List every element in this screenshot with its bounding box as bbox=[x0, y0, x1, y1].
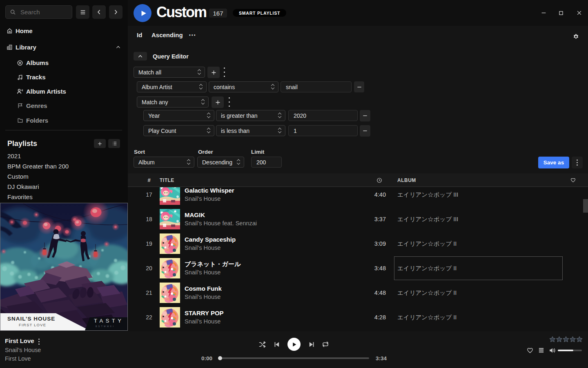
svg-text:SNAIL’S HOUSE: SNAIL’S HOUSE bbox=[7, 316, 55, 322]
svg-text:FIRST LOVE: FIRST LOVE bbox=[19, 323, 46, 327]
svg-text:BSTMMXI: BSTMMXI bbox=[96, 325, 115, 328]
svg-text:TASTY: TASTY bbox=[94, 318, 124, 324]
